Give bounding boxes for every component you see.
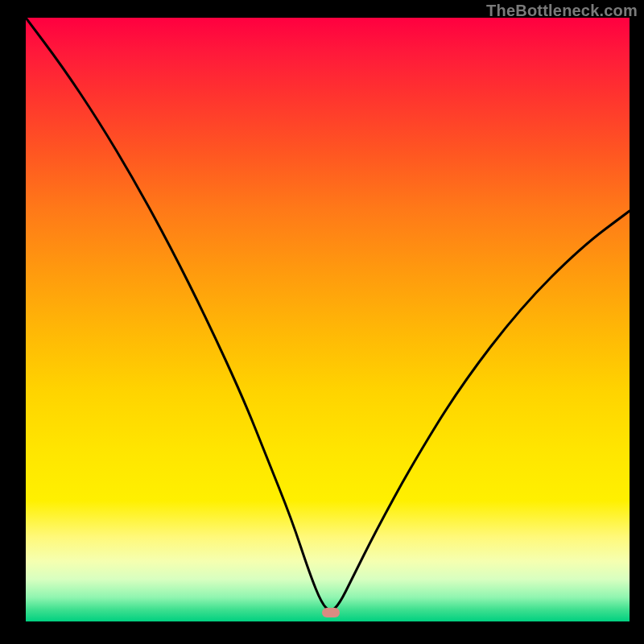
bottleneck-curve	[26, 18, 630, 621]
watermark-text: TheBottleneck.com	[486, 2, 638, 20]
plot-area	[26, 18, 630, 621]
minimum-marker	[322, 608, 340, 617]
chart-frame: TheBottleneck.com	[0, 0, 644, 644]
